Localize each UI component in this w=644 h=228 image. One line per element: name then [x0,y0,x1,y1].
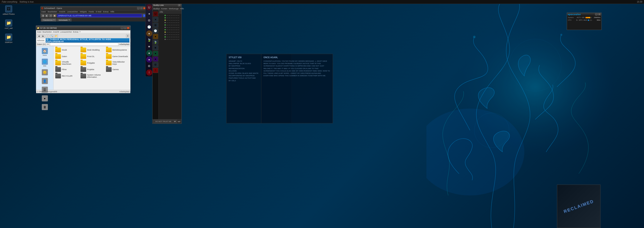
os-btn-unreal[interactable]: U [146,4,152,10]
buddy-user-6[interactable]: — — — — — — [164,28,182,31]
folder-freigabe[interactable]: Freigabe [80,60,104,66]
opera-maximize-btn[interactable]: □ [140,7,143,9]
os-btn-app1[interactable]: ● [146,50,152,56]
folder-musik[interactable]: Musik [54,47,79,53]
buddy-close-btn[interactable]: ✕ [178,4,180,6]
buddy-tool-8[interactable]: ● [153,51,158,56]
buddy-user-5[interactable]: — — — — — — [164,26,182,28]
os-btn-red[interactable]: ! [146,70,152,76]
opera-minimize-btn[interactable]: _ [137,7,140,9]
opera-menu-datei[interactable]: Datei [41,11,46,13]
buddy-tool-3[interactable]: ⚙ [153,23,158,28]
buddy-menu-hilfe[interactable]: Hilfe [180,7,184,10]
buddy-user-10[interactable]: — — — — — — [164,38,182,40]
buddy-tool-5[interactable]: ● [153,34,158,39]
os-btn-clock[interactable]: 🕐 [146,24,152,30]
explorer-maximize-btn[interactable]: □ [124,27,126,29]
opera-menu-ansicht[interactable]: Ansicht [59,11,66,13]
folder-game-downloads[interactable]: Game Downloads [105,54,130,59]
exp-up-btn[interactable]: ↑ [46,34,49,38]
folder-games[interactable]: Games [105,67,130,72]
os-btn-feather[interactable]: ✦ [146,11,152,17]
exp-menu-lossazeichen[interactable]: Lossazeichen [60,31,72,33]
folder-betriebssysteme[interactable]: Betriebssysteme [105,47,130,53]
folder-virtuelle-maschinen[interactable]: Virtuelle Maschinen [54,60,79,66]
opera-menu-feeds[interactable]: Feeds [88,11,94,13]
buddy-user-8[interactable]: — — — — — — [164,33,182,36]
exp-forward-btn[interactable]: ▶ [41,34,45,38]
sys-monitor-close[interactable]: ✕ [598,13,601,15]
os-btn-leaf[interactable]: 🍃 [146,37,152,43]
sidebar-person[interactable]: 👤 [36,77,53,85]
opera-tab-1[interactable]: Transformra ✕ [41,18,56,21]
opera-tab-1-close[interactable]: ✕ [53,19,54,21]
buddy-tool-6[interactable]: 🍃 [153,39,158,45]
buddy-tool-4[interactable]: 🕐 [153,28,158,33]
folder-recycler[interactable]: RECYCLER [54,73,79,79]
buddy-tool-11[interactable]: ! [153,68,158,73]
explorer-minimize-btn[interactable]: _ [121,27,123,29]
sidebar-web[interactable]: 🌐 Web [36,58,53,68]
sidebar-trash[interactable]: 🗑 [36,103,53,111]
sys-monitor-minimize[interactable]: _ [595,13,598,15]
buddy-menu-werkzeuge[interactable]: Werkzeuge [169,7,178,10]
folder-filme[interactable]: Filme [54,67,79,72]
sidebar-pacman[interactable]: ● [36,95,53,102]
opera-tab-2[interactable]: Sohnelwahl ✕ [57,18,71,21]
opera-tab-2-close[interactable]: ✕ [68,19,70,21]
folder-sysvolinfo[interactable]: System Volume Information [80,73,104,79]
folder-projekte[interactable]: Projekte [80,67,104,72]
buddy-menu-konten[interactable]: Konten [161,7,168,10]
os-btn-orange[interactable]: ● [146,30,152,36]
opera-menu-widgets[interactable]: Widgets [80,11,87,13]
opera-menu-hilfe[interactable]: Hilfe [110,11,114,13]
buddy-tool-9[interactable]: ● [153,56,158,62]
exp-menu-ansicht[interactable]: Ansicht [53,31,60,33]
sidebar-home[interactable]: 🏠 Home [36,47,53,57]
buddy-user-4[interactable]: — — — — — — [164,24,182,26]
buddy-user-1[interactable]: — — — — — — [164,16,182,19]
os-btn-tool1[interactable]: ⚙ [146,17,152,23]
buddy-menu-buddys[interactable]: Buddys [154,7,160,10]
opera-home-btn[interactable]: 🏠 [53,14,56,17]
opera-menu-lesezeichen[interactable]: Lesezeichen [67,11,78,13]
buddy-tool-10[interactable]: ⚙ [153,62,158,67]
desktop-icon-2[interactable]: 📁 009RSH [1,34,16,43]
sidebar-face[interactable]: 😊 [36,68,53,76]
exp-folders-btn[interactable]: 📂 [54,34,58,38]
exp-menu-datei[interactable]: Datei [37,31,42,33]
os-btn-app2[interactable]: ● [146,56,152,63]
exp-search-btn[interactable]: 🔍 [50,34,54,38]
buddy-status-select[interactable]: DO NOT TRUST ME [154,120,177,123]
folder-desk-modding[interactable]: Desk Modding [80,47,104,53]
opera-menu-extras[interactable]: Extras [103,11,109,13]
folder-vista-bitlocker[interactable]: Vista Bitlocker Keys [105,60,130,66]
buddy-user-3[interactable]: — — — — — — [164,21,182,24]
opera-menu-bearbeiten[interactable]: Bearbeiten [48,11,57,13]
buddy-user-7[interactable]: — — — — — — [164,31,182,33]
buddy-user-0[interactable]: — — — — — — [164,14,182,16]
exp-back-btn[interactable]: ◀ [37,34,40,38]
exp-menu-extras[interactable]: Extras [73,31,78,33]
folder-daten[interactable]: Daten [54,54,79,59]
explorer-close-btn[interactable]: ✕ [127,27,130,29]
exp-menu-bearbeiten[interactable]: Bearbeiten [42,31,52,33]
buddy-tool-2[interactable]: ✦ [153,17,158,22]
explorer-breadcrumb[interactable]: Q: TABBAR WITH PERSONAL STYLE, STYLERTB … [46,38,130,43]
opera-forward-btn[interactable]: ▶ [45,14,48,17]
exp-menu-help[interactable]: ? [80,31,80,33]
buddy-user-9[interactable]: — — — — — — [164,36,182,38]
buddy-tool-7[interactable]: ★ [153,45,158,50]
opera-addressbar[interactable]: OPERASTYLE: CLATTYMOD BY ME [57,14,142,17]
opera-reload-btn[interactable]: ↺ [49,14,52,17]
desktop-icon-0[interactable]: 🖼 edited Photos [1,5,16,15]
desktop-icon-1[interactable]: 📁 conf_sa0 [1,19,16,29]
os-btn-star[interactable]: ★ [146,43,152,49]
buddy-user-2[interactable]: — — — — — — [164,19,182,21]
opera-back-btn[interactable]: ◀ [41,14,44,17]
folder-frost-dl[interactable]: Frost DL [80,54,104,59]
os-btn-gear[interactable]: ⚙ [146,63,152,69]
exp-view-btn[interactable]: ☰ [126,34,130,38]
opera-menu-email[interactable]: E-Mail [96,11,102,13]
buddy-tool-1[interactable]: U [153,11,158,16]
